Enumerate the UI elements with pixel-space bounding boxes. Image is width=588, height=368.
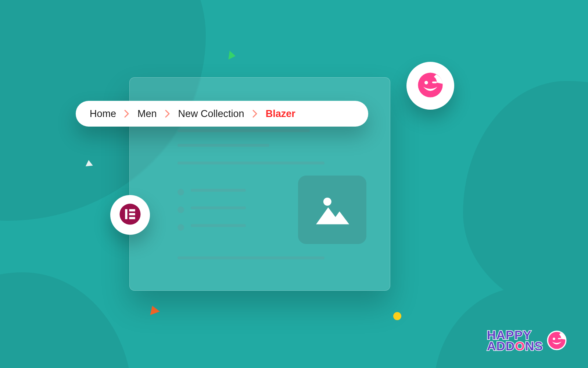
brand-line2: ADDONS: [487, 340, 543, 352]
placeholder-line: [178, 256, 325, 259]
breadcrumb-item-home[interactable]: Home: [90, 108, 116, 120]
happyaddons-badge: [406, 62, 454, 110]
bg-blob: [463, 81, 588, 316]
breadcrumb-item-new-collection[interactable]: New Collection: [178, 108, 244, 120]
placeholder-line: [178, 129, 310, 132]
happy-face-icon: [547, 330, 567, 350]
decor-triangle-white: [85, 160, 93, 166]
card-body: [178, 129, 357, 257]
illustration-stage: Home Men New Collection Blazer: [0, 0, 588, 368]
bg-blob: [0, 272, 132, 368]
decor-dot-yellow: [393, 312, 401, 320]
bg-blob: [434, 287, 588, 368]
brand-logo: HAPPY ADDONS: [487, 329, 567, 352]
placeholder-line: [178, 144, 269, 147]
decor-triangle-green: [228, 51, 236, 60]
svg-rect-3: [432, 81, 437, 83]
placeholder-line: [191, 189, 246, 192]
svg-point-0: [323, 198, 331, 206]
placeholder-bullet: [178, 224, 184, 231]
breadcrumb: Home Men New Collection Blazer: [76, 101, 368, 127]
breadcrumb-item-current: Blazer: [266, 108, 295, 120]
decor-triangle-orange: [147, 304, 160, 315]
breadcrumb-item-men[interactable]: Men: [137, 108, 157, 120]
image-placeholder-icon: [298, 176, 366, 244]
placeholder-bullet: [178, 189, 184, 195]
svg-point-10: [553, 338, 555, 340]
elementor-badge: [110, 195, 150, 235]
placeholder-line: [178, 162, 325, 164]
placeholder-line: [191, 224, 246, 227]
chevron-right-icon: [252, 110, 258, 118]
chevron-right-icon: [165, 110, 170, 118]
elementor-icon: [119, 203, 141, 227]
svg-rect-8: [129, 217, 135, 219]
placeholder-bullet: [178, 206, 184, 213]
svg-rect-6: [129, 209, 135, 211]
svg-rect-11: [558, 338, 561, 339]
svg-point-2: [424, 81, 428, 85]
svg-point-9: [548, 332, 566, 350]
svg-point-1: [418, 72, 442, 97]
chevron-right-icon: [124, 110, 129, 118]
svg-rect-5: [125, 209, 127, 219]
brand-wordmark: HAPPY ADDONS: [487, 329, 543, 352]
svg-rect-7: [129, 213, 135, 215]
happy-face-icon: [416, 70, 445, 101]
placeholder-line: [191, 206, 246, 209]
